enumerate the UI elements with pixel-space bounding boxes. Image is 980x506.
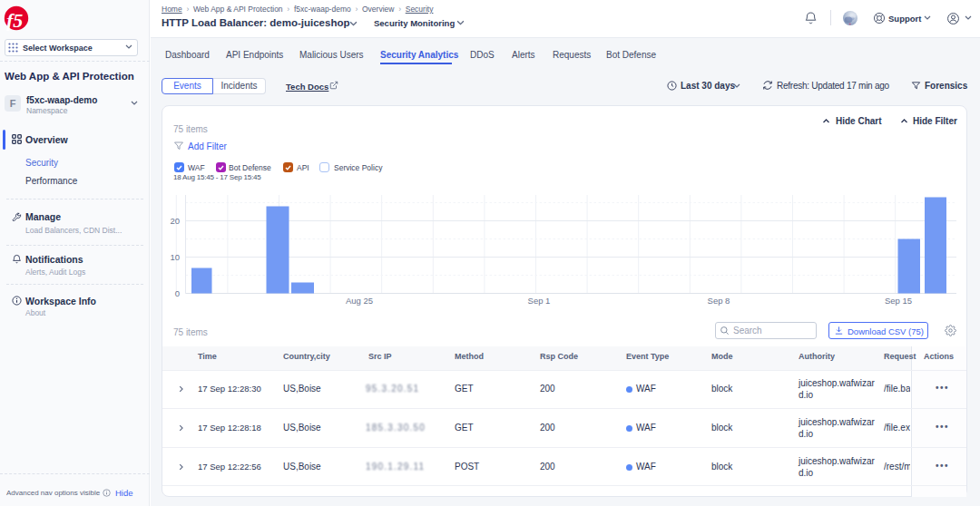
svg-text:20: 20 xyxy=(170,216,180,226)
svg-text:Sep 1: Sep 1 xyxy=(528,296,551,306)
svg-text:f5: f5 xyxy=(6,9,23,31)
svg-text:0: 0 xyxy=(175,288,180,298)
svg-text:Sep 8: Sep 8 xyxy=(708,296,730,306)
svg-text:10: 10 xyxy=(170,252,180,262)
svg-text:Sep 15: Sep 15 xyxy=(885,296,912,306)
svg-text:Aug 25: Aug 25 xyxy=(346,296,373,306)
